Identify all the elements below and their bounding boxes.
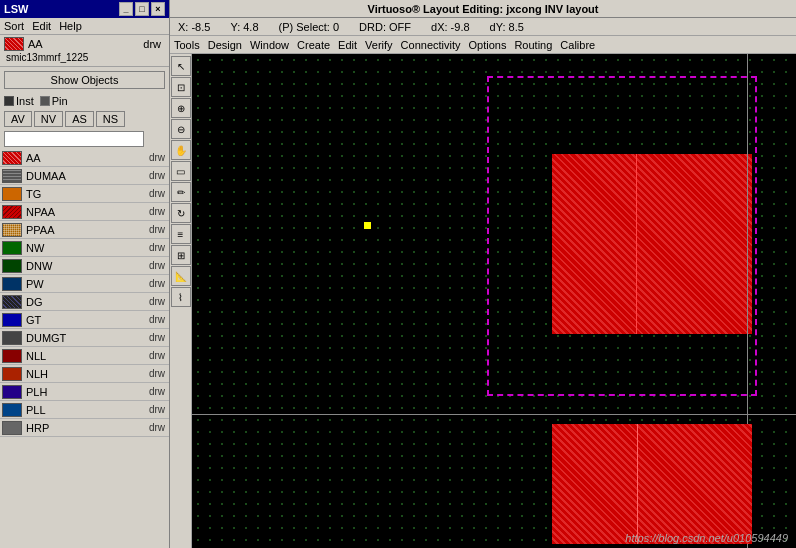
cell-name: AA [28, 38, 43, 50]
tool-arrow[interactable]: ↖ [171, 56, 191, 76]
layer-item-nlh[interactable]: NLHdrw [0, 365, 169, 383]
horizontal-line [192, 414, 796, 415]
layer-item-dnw[interactable]: DNWdrw [0, 257, 169, 275]
tool-zoom-fit[interactable]: ⊡ [171, 77, 191, 97]
layer-type-aa: drw [149, 152, 167, 163]
status-bar: X: -8.5 Y: 4.8 (P) Select: 0 DRD: OFF dX… [170, 18, 796, 36]
layer-swatch-dnw [2, 259, 22, 273]
layer-item-dumaa[interactable]: DUMAAdrw [0, 167, 169, 185]
layer-item-pw[interactable]: PWdrw [0, 275, 169, 293]
layer-swatch-npaa [2, 205, 22, 219]
as-button[interactable]: AS [65, 111, 94, 127]
menu-create[interactable]: Create [297, 39, 330, 51]
delta-x: dX: -9.8 [431, 21, 470, 33]
layer-swatch-aa [2, 151, 22, 165]
tool-zoom-out[interactable]: ⊖ [171, 119, 191, 139]
pin-swatch [40, 96, 50, 106]
menu-design[interactable]: Design [208, 39, 242, 51]
red-rect-bottom [552, 424, 752, 544]
tool-zoom-in[interactable]: ⊕ [171, 98, 191, 118]
layer-item-aa[interactable]: AAdrw [0, 149, 169, 167]
layer-item-dg[interactable]: DGdrw [0, 293, 169, 311]
layer-name-npaa: NPAA [26, 206, 145, 218]
tool-ruler[interactable]: 📐 [171, 266, 191, 286]
layer-swatch-nw [2, 241, 22, 255]
layer-type-pll: drw [149, 404, 167, 415]
layer-item-plh[interactable]: PLHdrw [0, 383, 169, 401]
layer-type-dumaa: drw [149, 170, 167, 181]
layer-search-input[interactable] [4, 131, 144, 147]
canvas[interactable]: https://blog.csdn.net/u010594449 [192, 54, 796, 548]
menu-routing[interactable]: Routing [514, 39, 552, 51]
layer-item-nw[interactable]: NWdrw [0, 239, 169, 257]
layer-type-dumgt: drw [149, 332, 167, 343]
ns-button[interactable]: NS [96, 111, 125, 127]
inst-check[interactable]: Inst [4, 95, 34, 107]
lsw-controls: _ □ × [119, 2, 165, 16]
layer-type-dg: drw [149, 296, 167, 307]
tool-draw[interactable]: ✏ [171, 182, 191, 202]
lsw-menu-edit[interactable]: Edit [32, 20, 51, 32]
layer-type-tg: drw [149, 188, 167, 199]
layer-item-npaa[interactable]: NPAAdrw [0, 203, 169, 221]
show-objects-button[interactable]: Show Objects [4, 71, 165, 89]
lsw-close-btn[interactable]: × [151, 2, 165, 16]
cell-row: AA drw [4, 37, 165, 51]
layer-name-dg: DG [26, 296, 145, 308]
tool-grid[interactable]: ⊞ [171, 245, 191, 265]
app-title: Virtuoso® Layout Editing: jxcong INV lay… [170, 0, 796, 18]
lsw-maximize-btn[interactable]: □ [135, 2, 149, 16]
tech-name: smic13mmrf_1225 [4, 51, 165, 64]
coord-x: X: -8.5 [178, 21, 210, 33]
layer-name-dnw: DNW [26, 260, 145, 272]
layer-type-pw: drw [149, 278, 167, 289]
canvas-wrapper: ↖ ⊡ ⊕ ⊖ ✋ ▭ ✏ ↻ ≡ ⊞ 📐 ⌇ [170, 54, 796, 548]
layer-item-nll[interactable]: NLLdrw [0, 347, 169, 365]
tool-rotate[interactable]: ↻ [171, 203, 191, 223]
menu-tools[interactable]: Tools [174, 39, 200, 51]
layer-name-ppaa: PPAA [26, 224, 145, 236]
layer-name-plh: PLH [26, 386, 145, 398]
tool-select-rect[interactable]: ▭ [171, 161, 191, 181]
menu-verify[interactable]: Verify [365, 39, 393, 51]
search-row [0, 129, 169, 149]
nv-button[interactable]: NV [34, 111, 63, 127]
lsw-title: LSW [4, 3, 28, 15]
layer-swatch-nll [2, 349, 22, 363]
dashed-selection-rect [487, 76, 757, 396]
layer-item-dumgt[interactable]: DUMGTdrw [0, 329, 169, 347]
lsw-panel: LSW _ □ × Sort Edit Help AA drw smic13mm… [0, 0, 170, 548]
lsw-menu-help[interactable]: Help [59, 20, 82, 32]
layer-name-hrp: HRP [26, 422, 145, 434]
tool-wire[interactable]: ⌇ [171, 287, 191, 307]
red-rect-top-divider [552, 154, 637, 334]
menu-options[interactable]: Options [469, 39, 507, 51]
layer-item-pll[interactable]: PLLdrw [0, 401, 169, 419]
layer-type-hrp: drw [149, 422, 167, 433]
layer-name-dumgt: DUMGT [26, 332, 145, 344]
inst-pin-row: Inst Pin [0, 93, 169, 109]
layer-item-gt[interactable]: GTdrw [0, 311, 169, 329]
main-area: Virtuoso® Layout Editing: jxcong INV lay… [170, 0, 796, 548]
layer-name-gt: GT [26, 314, 145, 326]
tool-pan[interactable]: ✋ [171, 140, 191, 160]
menu-window[interactable]: Window [250, 39, 289, 51]
menu-calibre[interactable]: Calibre [560, 39, 595, 51]
layer-swatch-gt [2, 313, 22, 327]
layer-name-nlh: NLH [26, 368, 145, 380]
layer-swatch-dumgt [2, 331, 22, 345]
layer-item-ppaa[interactable]: PPAAdrw [0, 221, 169, 239]
inst-label: Inst [16, 95, 34, 107]
layer-item-tg[interactable]: TGdrw [0, 185, 169, 203]
layer-type-dnw: drw [149, 260, 167, 271]
av-button[interactable]: AV [4, 111, 32, 127]
layer-type-gt: drw [149, 314, 167, 325]
menu-connectivity[interactable]: Connectivity [401, 39, 461, 51]
tool-bars[interactable]: ≡ [171, 224, 191, 244]
layer-type-nw: drw [149, 242, 167, 253]
pin-check[interactable]: Pin [40, 95, 68, 107]
layer-item-hrp[interactable]: HRPdrw [0, 419, 169, 437]
lsw-minimize-btn[interactable]: _ [119, 2, 133, 16]
lsw-menu-sort[interactable]: Sort [4, 20, 24, 32]
menu-edit[interactable]: Edit [338, 39, 357, 51]
